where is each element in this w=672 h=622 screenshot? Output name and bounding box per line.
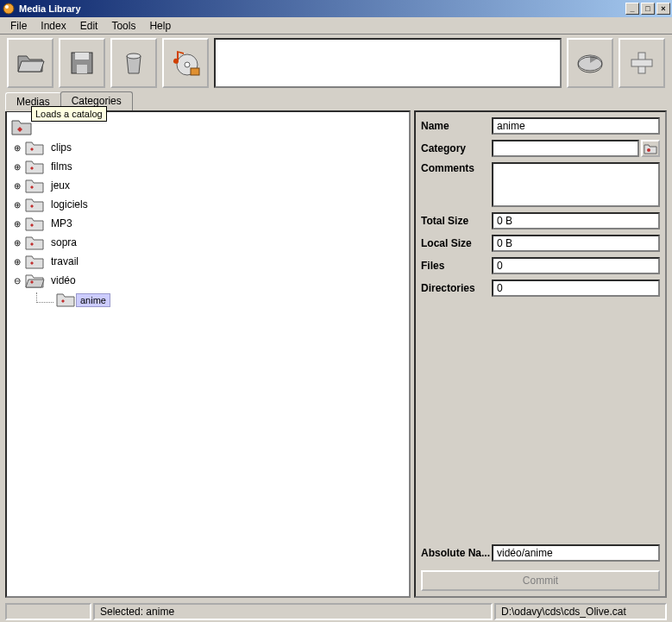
label-directories: Directories (421, 282, 492, 294)
tree-label: vidéo (48, 273, 79, 287)
properties-pane: Name anime Category Comments Total Size … (414, 110, 667, 598)
close-button[interactable]: × (656, 3, 670, 15)
statusbar: Selected: anime D:\odavy\cds\cds_Olive.c… (0, 601, 672, 622)
folder-icon (24, 158, 45, 175)
save-button[interactable] (59, 38, 105, 88)
folder-icon (644, 142, 657, 154)
folder-icon (24, 253, 45, 270)
folder-open-icon (15, 47, 46, 79)
svg-point-5 (127, 53, 141, 59)
label-comments: Comments (421, 162, 492, 174)
tree-child[interactable]: anime (36, 290, 407, 311)
minimize-button[interactable]: _ (625, 3, 639, 15)
tree-node[interactable]: ⊕ films (12, 157, 407, 176)
folder-open-icon (24, 272, 45, 289)
collapse-handle-icon[interactable]: ⊖ (12, 275, 22, 286)
svg-rect-3 (75, 53, 89, 60)
trash-icon (118, 47, 149, 79)
tooltip: Loads a catalog (31, 106, 107, 122)
label-files: Files (421, 260, 492, 272)
tree-label: sopra (48, 236, 79, 249)
tree-node[interactable]: ⊕ travail (12, 252, 407, 271)
expand-handle-icon[interactable]: ⊕ (12, 161, 22, 172)
folder-icon (24, 215, 45, 232)
field-total-size: 0 B (492, 212, 660, 229)
svg-point-0 (3, 3, 14, 14)
tree-node[interactable]: ⊕ jeux (12, 176, 407, 195)
field-comments[interactable] (492, 162, 660, 207)
expand-handle-icon[interactable]: ⊕ (12, 142, 22, 153)
expand-handle-icon[interactable]: ⊕ (12, 218, 22, 229)
folder-icon (24, 139, 45, 156)
status-selected: Selected: anime (93, 603, 493, 620)
menu-file[interactable]: File (3, 18, 34, 34)
svg-point-13 (647, 148, 650, 152)
svg-point-1 (5, 5, 9, 9)
status-cell-left (5, 603, 91, 620)
tree-label: MP3 (48, 217, 75, 230)
catalog-icon (10, 117, 33, 136)
label-local-size: Local Size (421, 237, 492, 249)
field-directories: 0 (492, 280, 660, 297)
label-absolute-name: Absolute Na... (421, 547, 492, 559)
category-browse-button[interactable] (641, 140, 660, 157)
content: Medias Categories Loads a catalog ⊕ clip… (0, 91, 672, 601)
tree-node[interactable]: ⊕ logiciels (12, 195, 407, 214)
svg-rect-4 (77, 65, 87, 73)
field-category[interactable] (492, 140, 639, 157)
trash-button[interactable] (110, 38, 157, 88)
tree-connector-icon (36, 292, 53, 303)
tree-node[interactable]: ⊕ sopra (12, 233, 407, 252)
media-disc-button[interactable] (162, 38, 209, 88)
tree-label: logiciels (48, 198, 91, 211)
field-files: 0 (492, 257, 660, 274)
titlebar: Media Library _ □ × (0, 0, 672, 17)
music-disc-icon (170, 47, 201, 79)
maximize-button[interactable]: □ (641, 3, 655, 15)
toolbar (0, 35, 672, 91)
tree-label: clips (48, 141, 74, 154)
menu-edit[interactable]: Edit (73, 18, 105, 34)
menu-tools[interactable]: Tools (104, 18, 142, 34)
status-path: D:\odavy\cds\cds_Olive.cat (494, 603, 667, 620)
tree-node[interactable]: ⊕ MP3 (12, 214, 407, 233)
label-total-size: Total Size (421, 215, 492, 227)
field-local-size: 0 B (492, 235, 660, 252)
menu-index[interactable]: Index (34, 18, 72, 34)
search-input[interactable] (214, 38, 562, 88)
folder-icon (24, 196, 45, 213)
tabs: Medias Categories Loads a catalog (5, 91, 667, 110)
svg-point-7 (185, 62, 190, 67)
expand-handle-icon[interactable]: ⊕ (12, 237, 22, 248)
label-category: Category (421, 142, 492, 154)
expand-handle-icon[interactable]: ⊕ (12, 256, 22, 267)
expand-handle-icon[interactable]: ⊕ (12, 199, 22, 210)
tree-node[interactable]: ⊕ clips (12, 138, 407, 157)
plus-icon (626, 47, 657, 79)
menubar: File Index Edit Tools Help (0, 17, 672, 35)
field-absolute-name: vidéo/anime (492, 544, 660, 562)
folder-icon (55, 291, 76, 310)
pie-chart-icon (575, 47, 606, 79)
app-icon (2, 2, 16, 16)
folder-icon (24, 234, 45, 251)
tree-label: films (48, 160, 75, 173)
chart-button[interactable] (567, 38, 613, 88)
menu-help[interactable]: Help (142, 18, 178, 34)
label-name: Name (421, 120, 492, 132)
tree-label: jeux (48, 179, 72, 192)
svg-rect-12 (631, 60, 652, 66)
field-name[interactable]: anime (492, 117, 660, 135)
folder-icon (24, 177, 45, 194)
add-button[interactable] (619, 38, 665, 88)
commit-button[interactable]: Commit (421, 570, 660, 591)
open-folder-button[interactable] (7, 38, 53, 88)
svg-rect-8 (191, 68, 199, 75)
tree-pane[interactable]: ⊕ clips ⊕ films ⊕ jeux ⊕ logiciels ⊕ (5, 110, 411, 598)
window-title: Media Library (19, 3, 624, 14)
tree-label: travail (48, 254, 81, 268)
floppy-icon (66, 47, 97, 79)
tree-node[interactable]: ⊖ vidéo (12, 271, 407, 290)
expand-handle-icon[interactable]: ⊕ (12, 180, 22, 191)
tree-label-selected: anime (76, 293, 110, 307)
